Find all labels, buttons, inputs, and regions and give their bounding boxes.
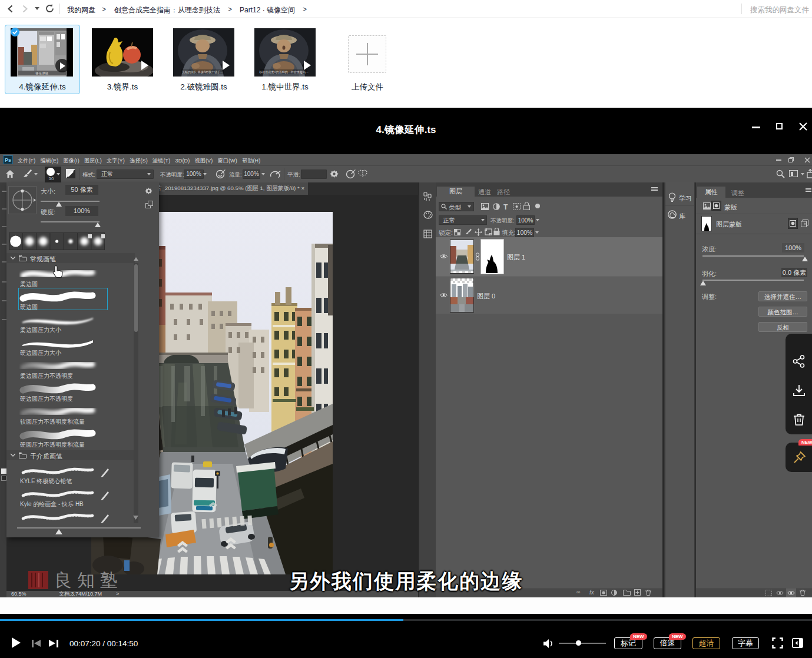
svg-text:移花·接镜: 移花·接镜 — [35, 71, 48, 75]
svg-text:以利用易景A的首样的一种会情趣吗…: 以利用易景A的首样的一种会情趣吗… — [259, 70, 308, 74]
svg-text:宽幅的很长·再这A比我个镜子…: 宽幅的很长·再这A比我个镜子… — [182, 70, 223, 74]
